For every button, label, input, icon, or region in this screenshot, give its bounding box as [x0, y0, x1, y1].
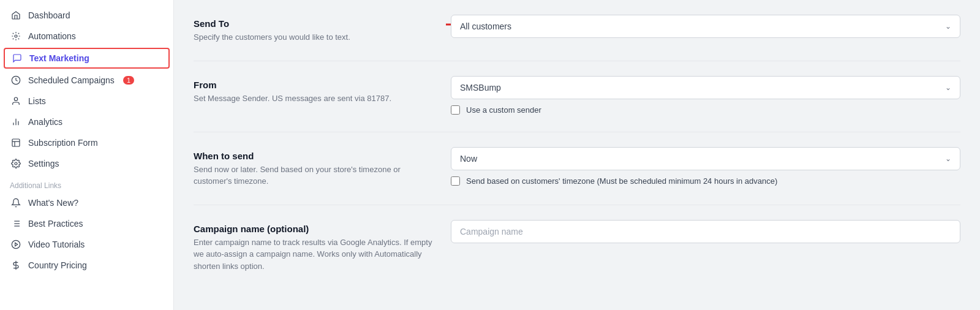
svg-point-0: [15, 35, 17, 37]
sidebar-label-lists: Lists: [28, 96, 46, 106]
custom-sender-row: Use a custom sender: [451, 105, 960, 115]
country-pricing-icon: [10, 260, 22, 270]
from-label: From: [194, 80, 436, 90]
whats-new-icon: [10, 198, 22, 208]
from-label-col: From Set Message Sender. US messages are…: [194, 76, 451, 105]
text-marketing-icon: [11, 53, 23, 63]
custom-sender-label[interactable]: Use a custom sender: [466, 105, 541, 115]
when-to-send-control-col: Now Schedule for later ⌄ Send based on c…: [451, 147, 960, 186]
sidebar-label-scheduled-campaigns: Scheduled Campaigns: [28, 75, 115, 85]
from-description: Set Message Sender. US messages are sent…: [194, 93, 436, 105]
custom-sender-checkbox[interactable]: [451, 105, 460, 115]
video-tutorials-icon: [10, 240, 22, 249]
campaign-name-row: Campaign name (optional) Enter campaign …: [194, 220, 960, 273]
subscription-form-icon: [10, 138, 22, 148]
campaign-name-label: Campaign name (optional): [194, 224, 436, 234]
scheduled-campaigns-icon: [10, 75, 22, 85]
timezone-label[interactable]: Send based on customers' timezone (Must …: [466, 176, 777, 186]
main-content: Send To Specify the customers you would …: [174, 0, 980, 310]
sidebar-label-text-marketing: Text Marketing: [29, 53, 89, 63]
sidebar-item-subscription-form[interactable]: Subscription Form: [0, 132, 173, 153]
sidebar-item-best-practices[interactable]: Best Practices: [0, 213, 173, 234]
campaign-name-input[interactable]: [451, 220, 960, 243]
sidebar-item-automations[interactable]: Automations: [0, 26, 173, 47]
send-to-description: Specify the customers you would like to …: [194, 31, 436, 43]
when-to-send-row: When to send Send now or later. Send bas…: [194, 147, 960, 187]
svg-marker-17: [15, 243, 18, 246]
additional-links-section: Additional Links: [0, 174, 173, 192]
when-to-send-select-wrapper[interactable]: Now Schedule for later ⌄: [451, 147, 960, 170]
when-to-send-label-col: When to send Send now or later. Send bas…: [194, 147, 451, 187]
sidebar-label-video-tutorials: Video Tutorials: [28, 240, 85, 249]
sidebar-label-whats-new: What's New?: [28, 198, 78, 208]
sidebar-label-analytics: Analytics: [28, 117, 62, 127]
sidebar-label-best-practices: Best Practices: [28, 219, 83, 229]
automations-icon: [10, 31, 22, 41]
home-icon: [10, 10, 22, 20]
divider-2: [194, 132, 960, 132]
send-to-label-col: Send To Specify the customers you would …: [194, 15, 451, 43]
campaign-name-description: Enter campaign name to track results via…: [194, 236, 436, 273]
timezone-row: Send based on customers' timezone (Must …: [451, 176, 960, 186]
sidebar-label-automations: Automations: [28, 31, 76, 41]
settings-icon: [10, 159, 22, 168]
send-to-label: Send To: [194, 18, 436, 29]
sidebar-label-dashboard: Dashboard: [28, 10, 70, 20]
send-to-select[interactable]: All customers Custom segment Subscribers…: [451, 15, 960, 37]
sidebar-item-settings[interactable]: Settings: [0, 153, 173, 174]
from-control-col: SMSBump Custom sender ⌄ Use a custom sen…: [451, 76, 960, 115]
from-select-wrapper[interactable]: SMSBump Custom sender ⌄: [451, 76, 960, 99]
analytics-icon: [10, 117, 22, 127]
best-practices-icon: [10, 219, 22, 229]
sidebar-item-analytics[interactable]: Analytics: [0, 112, 173, 132]
campaign-name-control-col: [451, 220, 960, 243]
sidebar-item-country-pricing[interactable]: Country Pricing: [0, 255, 173, 276]
scheduled-campaigns-badge: 1: [123, 76, 134, 85]
divider-3: [194, 205, 960, 205]
when-to-send-label: When to send: [194, 151, 436, 161]
lists-icon: [10, 96, 22, 106]
from-select[interactable]: SMSBump Custom sender: [451, 77, 960, 99]
sidebar-label-settings: Settings: [28, 159, 59, 168]
svg-point-16: [12, 240, 20, 248]
sidebar-item-video-tutorials[interactable]: Video Tutorials: [0, 234, 173, 255]
send-to-select-wrapper[interactable]: All customers Custom segment Subscribers…: [451, 15, 960, 38]
sidebar: Dashboard Automations Text Marketing Sch…: [0, 0, 174, 310]
send-to-row: Send To Specify the customers you would …: [194, 15, 960, 43]
timezone-checkbox[interactable]: [451, 176, 460, 186]
send-to-control-col: All customers Custom segment Subscribers…: [451, 15, 960, 38]
campaign-name-label-col: Campaign name (optional) Enter campaign …: [194, 220, 451, 273]
from-row: From Set Message Sender. US messages are…: [194, 76, 960, 115]
sidebar-item-lists[interactable]: Lists: [0, 91, 173, 112]
when-to-send-select[interactable]: Now Schedule for later: [451, 148, 960, 170]
svg-point-9: [15, 162, 17, 165]
sidebar-label-country-pricing: Country Pricing: [28, 260, 87, 270]
sidebar-label-subscription-form: Subscription Form: [28, 138, 98, 148]
sidebar-item-scheduled-campaigns[interactable]: Scheduled Campaigns 1: [0, 70, 173, 91]
divider-1: [194, 61, 960, 61]
sidebar-item-dashboard[interactable]: Dashboard: [0, 5, 173, 26]
sidebar-item-whats-new[interactable]: What's New?: [0, 192, 173, 213]
sidebar-item-text-marketing[interactable]: Text Marketing: [4, 48, 170, 69]
when-to-send-description: Send now or later. Send based on your st…: [194, 164, 436, 187]
svg-rect-6: [12, 139, 20, 146]
svg-point-2: [14, 97, 17, 100]
